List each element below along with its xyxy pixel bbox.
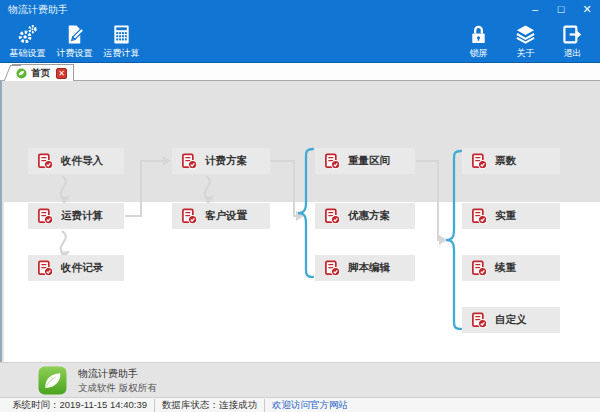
- window-title: 物流计费助手: [0, 3, 522, 17]
- layers-icon: [515, 24, 536, 45]
- calculator-icon: [111, 24, 132, 45]
- freight-calc-button[interactable]: 运费计算: [98, 20, 145, 62]
- basic-settings-button[interactable]: 基础设置: [4, 20, 51, 62]
- toolbar-label: 运费计算: [104, 47, 140, 60]
- billing-settings-button[interactable]: 计费设置: [51, 20, 98, 62]
- app-window: 物流计费助手 – □ ✕ 基础设置: [0, 0, 600, 412]
- flow-node[interactable]: 实重: [462, 203, 560, 229]
- exit-button[interactable]: 退出: [549, 20, 596, 62]
- flow-node-label: 续重: [495, 261, 516, 275]
- red-document-check-icon: [471, 208, 488, 225]
- home-leaf-icon: [16, 68, 27, 79]
- red-document-check-icon: [471, 312, 488, 329]
- tab-home[interactable]: 首页 ✕: [12, 64, 74, 81]
- toolbar-label: 锁屏: [470, 47, 488, 60]
- flow-node-label: 优惠方案: [348, 209, 390, 223]
- red-document-check-icon: [471, 260, 488, 277]
- toolbar-label: 关于: [517, 47, 535, 60]
- minimize-button[interactable]: –: [522, 0, 548, 20]
- tabbar: 首页 ✕: [0, 63, 600, 81]
- flow-node[interactable]: 计费方案: [172, 148, 270, 174]
- flow-node[interactable]: 重量区间: [315, 148, 415, 174]
- flow-node[interactable]: 票数: [462, 148, 560, 174]
- toolbar-right-group: 锁屏 关于 退出: [455, 20, 600, 62]
- status-system-time: 系统时间：2019-11-15 14:40:39: [5, 399, 155, 412]
- lock-icon: [468, 24, 489, 45]
- red-document-check-icon: [181, 208, 198, 225]
- red-document-check-icon: [181, 153, 198, 170]
- titlebar: 物流计费助手 – □ ✕: [0, 0, 600, 20]
- toolbar-label: 基础设置: [10, 47, 46, 60]
- lock-screen-button[interactable]: 锁屏: [455, 20, 502, 62]
- page-edit-icon: [64, 24, 85, 45]
- flow-node-label: 票数: [495, 154, 516, 168]
- flow-node-label: 重量区间: [348, 154, 390, 168]
- status-time-value: 2019-11-15 14:40:39: [60, 399, 148, 410]
- footer-app-name: 物流计费助手: [78, 367, 138, 381]
- footer-copyright: 文成软件 版权所有: [78, 382, 157, 395]
- flow-node[interactable]: 收件记录: [28, 255, 124, 281]
- gears-icon: [17, 24, 38, 45]
- window-controls: – □ ✕: [522, 0, 600, 20]
- toolbar: 基础设置 计费设置: [0, 20, 600, 63]
- red-document-check-icon: [324, 260, 341, 277]
- flow-node[interactable]: 收件导入: [28, 148, 124, 174]
- tab-label: 首页: [31, 67, 50, 80]
- flow-node[interactable]: 优惠方案: [315, 203, 415, 229]
- app-logo-leaf-icon: [38, 366, 67, 395]
- exit-icon: [562, 24, 583, 45]
- red-document-check-icon: [37, 260, 54, 277]
- red-document-check-icon: [37, 208, 54, 225]
- tab-close-icon[interactable]: ✕: [56, 68, 67, 79]
- footer: 物流计费助手 文成软件 版权所有: [0, 362, 600, 397]
- close-button[interactable]: ✕: [574, 0, 600, 20]
- flow-node-label: 计费方案: [205, 154, 247, 168]
- flow-node-label: 脚本编辑: [348, 261, 390, 275]
- status-database: 数据库状态：连接成功: [155, 399, 265, 412]
- flow-node-label: 自定义: [495, 313, 527, 327]
- flow-node-label: 运费计算: [61, 209, 103, 223]
- toolbar-label: 退出: [564, 47, 582, 60]
- toolbar-label: 计费设置: [57, 47, 93, 60]
- maximize-button[interactable]: □: [548, 0, 574, 20]
- status-db-value: 连接成功: [219, 399, 257, 410]
- red-document-check-icon: [471, 153, 488, 170]
- red-document-check-icon: [324, 153, 341, 170]
- flow-node-label: 收件记录: [61, 261, 103, 275]
- flow-node-label: 实重: [495, 209, 516, 223]
- official-site-link[interactable]: 欢迎访问官方网站: [265, 399, 355, 412]
- flow-node[interactable]: 运费计算: [28, 203, 124, 229]
- about-button[interactable]: 关于: [502, 20, 549, 62]
- status-db-label: 数据库状态：: [162, 399, 219, 410]
- flow-node-label: 收件导入: [61, 154, 103, 168]
- status-time-label: 系统时间：: [12, 399, 60, 410]
- flow-node[interactable]: 客户设置: [172, 203, 270, 229]
- flow-node[interactable]: 续重: [462, 255, 560, 281]
- red-document-check-icon: [37, 153, 54, 170]
- red-document-check-icon: [324, 208, 341, 225]
- statusbar: 系统时间：2019-11-15 14:40:39 数据库状态：连接成功 欢迎访问…: [0, 397, 600, 412]
- flow-node[interactable]: 自定义: [462, 307, 560, 333]
- flow-node[interactable]: 脚本编辑: [315, 255, 415, 281]
- toolbar-left-group: 基础设置 计费设置: [0, 20, 145, 62]
- flow-node-label: 客户设置: [205, 209, 247, 223]
